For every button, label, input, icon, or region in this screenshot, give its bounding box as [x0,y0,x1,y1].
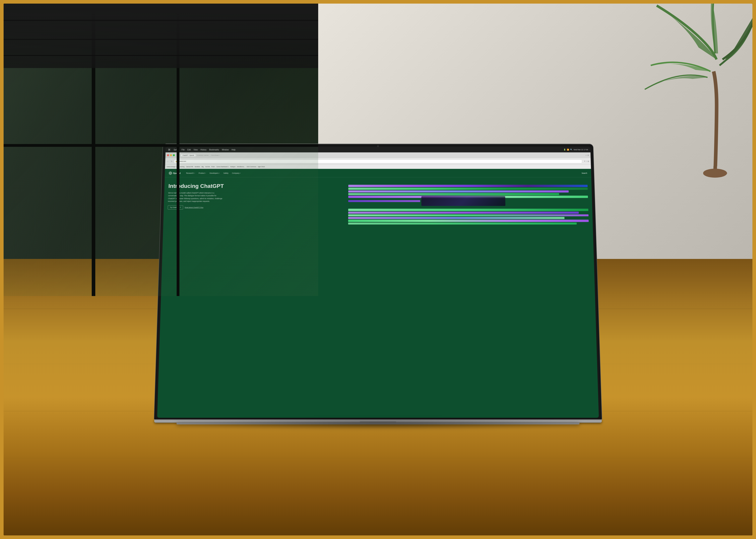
hero-visualization [348,183,589,224]
add-tab-button[interactable]: + [585,154,587,156]
vis-bar-10 [348,220,589,222]
vis-block-bottom [348,209,589,224]
vis-bar-11 [348,223,577,225]
vis-bar-3 [348,190,569,193]
svg-point-0 [703,169,727,178]
search-button[interactable]: Search [582,172,587,174]
tab-overview-button[interactable]: ⊞ [587,154,589,156]
mac-status-bar: 🔋 📶 🔍 Wed Mar 22 17:09 [564,149,588,151]
vis-bar-4 [348,193,559,195]
vis-bar-7 [348,212,579,214]
vis-bar-9 [348,217,565,219]
vis-bar-small-1 [348,200,420,202]
vis-blob [422,196,506,206]
laptop-shadow [176,419,580,429]
sidebar-toggle-icon[interactable]: ▤ [587,160,589,162]
vis-bar-2 [348,188,587,190]
vis-bar-6 [348,209,588,211]
vis-bar-8 [348,214,588,216]
window-area [4,4,318,296]
vis-bar-1 [348,185,587,187]
share-icon[interactable]: ⬆ [584,160,585,162]
bookmark-add-icon[interactable]: □ [586,160,587,162]
vis-mid-area [348,200,588,206]
clock: Wed Mar 22 17:09 [574,149,588,151]
scene: ⌘ Safari File Edit View History Bookmark… [4,4,752,535]
